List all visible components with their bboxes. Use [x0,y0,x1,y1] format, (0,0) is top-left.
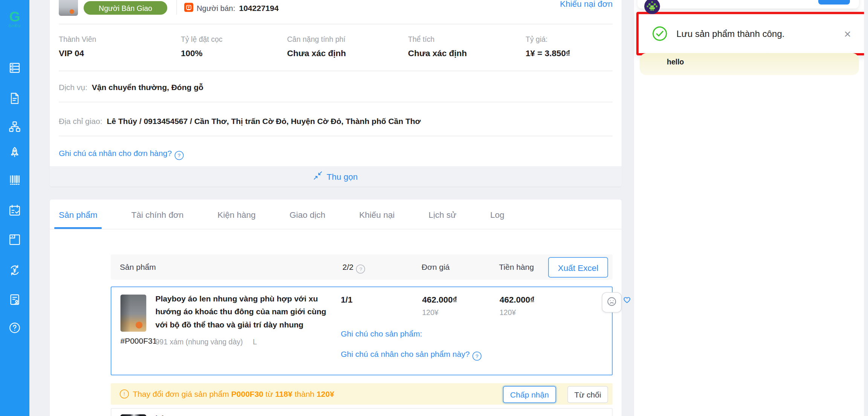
seller-id[interactable]: 104227194 [239,3,279,12]
tab-bar: Sản phẩm Tài chính đơn Kiện hàng Giao dị… [50,200,622,230]
app-root: G GoBiz [0,0,868,416]
field-weight: Cân nặng tính phí Chưa xác định [287,35,346,58]
question-circle-icon[interactable]: ? [356,265,365,274]
product-qty: 1/1 [341,295,353,304]
alert-product-code: P000F30 [231,390,263,399]
column-amount: Tiền hàng [499,262,534,271]
price-change-alert: ! Thay đổi đơn giá sản phẩm P000F30 từ 1… [111,383,613,405]
product-note-link[interactable]: Ghi chú cho sản phẩm: [341,329,422,338]
toast-message: Lưu sản phẩm thành công. [677,29,785,39]
chat-form-card [637,0,859,9]
status-badge-label: Người Bán Giao [99,4,152,12]
column-product: Sản phẩm [120,262,156,271]
network-icon [8,120,21,133]
sidebar-item-contracts[interactable] [8,293,21,306]
tab-label: Giao dịch [290,210,326,219]
product-title[interactable]: Playboy áo len nhung vàng phù hợp với xu… [156,292,332,332]
tab-products[interactable]: Sản phẩm [59,200,98,229]
currency-exchange-icon [8,263,21,277]
field-value: Chưa xác định [287,48,346,58]
field-exchange-rate: Tỷ giá: 1¥ = 3.850₫ [526,35,570,58]
order-product-thumbnail[interactable] [59,0,78,16]
reject-label: Từ chối [574,390,601,399]
order-complaint-link[interactable]: Khiếu nại đơn [560,0,613,9]
product-title[interactable]: bộ [156,414,332,416]
sidebar-item-rocket[interactable] [8,146,21,159]
alert-prefix: Thay đổi đơn giá sản phẩm [133,390,229,399]
unit-price-vnd: 462.000₫ [422,295,457,304]
price-change-text: Thay đổi đơn giá sản phẩm P000F30 từ 118… [133,390,335,399]
product-code[interactable]: #P000F31 [121,336,147,346]
order-note-link-label: Ghi chú cá nhân cho đơn hàng? [59,149,172,158]
tab-label: Khiếu nại [359,210,395,219]
reject-button[interactable]: Từ chối [567,386,608,403]
order-detail-card: Sản phẩm Tài chính đơn Kiện hàng Giao dị… [50,200,622,416]
variant-color: 991 xám (nhung vàng dày) [156,338,243,346]
gobiz-logo[interactable]: G GoBiz [5,9,25,28]
divider [59,24,613,24]
unit-price-cny: 120¥ [422,308,457,317]
address-label: Địa chỉ giao: [59,116,102,125]
product-image[interactable] [121,414,147,416]
seller-label: Người bán: [197,4,235,13]
barcode-icon [8,173,21,187]
contract-icon [8,293,21,306]
chat-submit-button[interactable] [818,0,850,5]
tab-history[interactable]: Lịch sử [428,200,456,229]
sidebar-item-schedule[interactable] [8,203,21,217]
tab-log[interactable]: Log [490,200,504,229]
rocket-icon [8,146,21,159]
field-value: VIP 04 [59,48,96,58]
logo-text: GoBiz [5,24,25,28]
panel-scrollbar[interactable] [864,0,868,416]
product-personal-note-label: Ghi chú cá nhân cho sản phẩm này? [341,349,470,358]
tab-order-finance[interactable]: Tài chính đơn [131,200,184,229]
product-row: bộ 1/1 462.000₫ 462.000₫ Lưu [111,408,613,416]
sad-face-icon [607,296,617,309]
question-circle-icon[interactable]: ? [174,151,183,160]
collapse-bar[interactable]: Thu gọn [50,166,622,187]
alert-old-price: 118¥ [275,390,293,399]
product-table-header: Sản phẩm 2/2? Đơn giá Tiền hàng Xuất Exc… [111,254,613,280]
alert-from-word: từ [266,390,273,399]
question-circle-icon[interactable]: ? [472,352,481,361]
tab-parcels[interactable]: Kiện hàng [217,200,255,229]
help-icon [8,321,21,335]
sidebar-item-help[interactable] [8,321,21,335]
tab-label: Sản phẩm [59,210,98,219]
alert-to-word: thành [295,390,315,399]
column-unit-price: Đơn giá [422,262,449,271]
sidebar-item-exchange[interactable] [8,263,21,277]
tab-transactions[interactable]: Giao dịch [290,200,326,229]
success-toast: Lưu sản phẩm thành công. × [636,12,868,56]
collapse-icon [313,171,322,182]
field-label: Tỷ giá: [526,35,570,44]
sidebar-item-documents[interactable] [8,92,21,105]
field-deposit: Tỷ lệ đặt cọc 100% [181,35,223,58]
tab-label: Log [490,210,504,219]
orders-icon [8,61,21,75]
sidebar: G GoBiz [0,0,29,416]
product-personal-note-link[interactable]: Ghi chú cá nhân cho sản phẩm này?? [341,349,482,361]
sidebar-item-orders[interactable] [8,61,21,75]
reaction-button[interactable] [602,292,622,313]
export-excel-button[interactable]: Xuất Excel [548,257,608,278]
divider [59,102,613,102]
product-variant: 991 xám (nhung vàng dày) L [156,338,257,346]
toast-close-icon[interactable]: × [844,28,851,40]
accept-button[interactable]: Chấp nhận [503,386,556,403]
field-value: Chưa xác định [408,48,467,58]
export-excel-label: Xuất Excel [558,263,599,272]
sidebar-item-packages[interactable] [8,233,21,246]
tab-complaints[interactable]: Khiếu nại [359,200,395,229]
divider [59,136,613,136]
product-image[interactable] [121,295,147,332]
sidebar-item-network[interactable] [8,120,21,133]
status-badge: Người Bán Giao [84,1,167,15]
order-info-card: Người Bán Giao Người bán: 104227194 Khiế… [50,0,622,187]
amount-cell: 462.000₫ 120¥ [500,295,535,317]
sidebar-item-barcode[interactable] [8,173,21,187]
chat-panel: Lưu sản phẩm thành công. × hello [634,0,868,416]
variant-size: L [253,338,257,346]
order-note-link[interactable]: Ghi chú cá nhân cho đơn hàng?? [59,149,183,160]
